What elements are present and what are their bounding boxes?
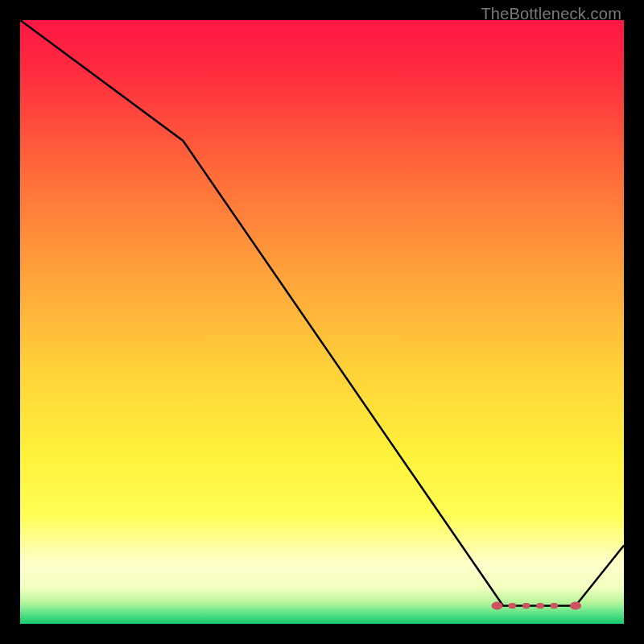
svg-point-0: [492, 602, 503, 610]
chart-background: [20, 20, 624, 624]
svg-rect-5: [551, 603, 559, 609]
svg-rect-4: [536, 603, 544, 609]
svg-rect-3: [522, 603, 530, 609]
chart-svg: [20, 20, 624, 624]
svg-rect-2: [509, 603, 517, 609]
svg-point-1: [570, 602, 581, 610]
chart-container: TheBottleneck.com: [0, 0, 644, 644]
